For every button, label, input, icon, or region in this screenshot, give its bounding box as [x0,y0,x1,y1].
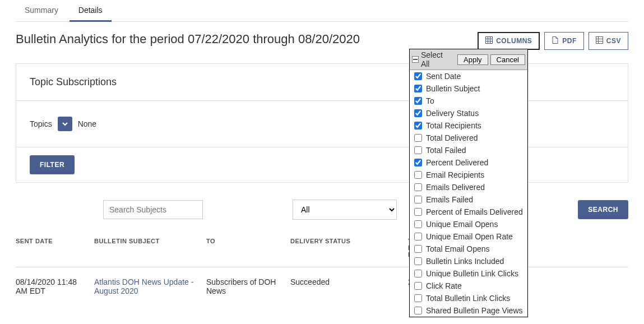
topics-value: None [78,119,96,128]
column-option[interactable]: Unique Email Opens [410,218,527,230]
column-option-label: Emails Delivered [426,183,485,192]
panel-header: Topic Subscriptions [16,64,628,101]
column-checkbox[interactable] [414,208,422,216]
column-option-label: Shared Bulletin Page Views [426,306,523,315]
column-checkbox[interactable] [414,122,422,129]
cell-status: Succeeded [290,267,408,303]
topic-subscriptions-panel: Topic Subscriptions Topics None FILTER [16,63,628,183]
column-checkbox[interactable] [414,109,422,117]
column-option-label: Percent of Emails Delivered [426,207,523,216]
col-sent[interactable]: SENT DATE [16,231,94,267]
column-checkbox[interactable] [414,307,422,314]
column-option-label: Percent Delivered [426,158,488,167]
column-checkbox[interactable] [414,233,422,240]
svg-rect-0 [486,37,493,44]
column-option[interactable]: Percent Delivered [410,156,527,169]
col-status[interactable]: DELIVERY STATUS [290,231,408,267]
column-checkbox[interactable] [414,97,422,105]
column-checkbox[interactable] [414,245,422,253]
column-option[interactable]: Total Bulletin Link Clicks [410,292,527,304]
column-checkbox[interactable] [414,257,422,265]
apply-button[interactable]: Apply [457,54,488,65]
column-option-label: Click Rate [426,281,462,290]
select-all-checkbox[interactable] [412,56,419,63]
columns-dropdown: Select All Apply Cancel Sent DateBulleti… [409,49,528,317]
results-table: SENT DATE BULLETIN SUBJECT TO DELIVERY S… [16,231,628,302]
column-checkbox[interactable] [414,183,422,191]
delivery-status-select[interactable]: All [293,200,397,220]
column-checkbox[interactable] [414,159,422,166]
column-option-label: Email Recipients [426,170,484,179]
column-option-label: Total Recipients [426,121,481,130]
cancel-button[interactable]: Cancel [490,54,525,65]
column-option-label: Delivery Status [426,109,479,118]
column-option-label: Sent Date [426,72,461,81]
topics-expand[interactable] [58,117,72,131]
column-option-label: Unique Email Opens [426,220,498,229]
column-checkbox[interactable] [414,171,422,179]
column-checkbox[interactable] [414,270,422,277]
csv-button[interactable]: CSV [589,32,628,50]
column-checkbox[interactable] [414,85,422,92]
column-checkbox[interactable] [414,146,422,154]
select-all-label: Select All [421,50,453,68]
column-option[interactable]: Bulletin Subject [410,82,527,95]
column-option-label: Bulletin Subject [426,84,480,93]
table-icon [596,36,603,45]
column-option-label: Total Email Opens [426,244,490,253]
svg-rect-5 [596,37,603,44]
col-to[interactable]: TO [206,231,290,267]
column-option[interactable]: Unique Email Open Rate [410,230,527,243]
column-option[interactable]: Email Recipients [410,169,527,181]
column-option[interactable]: Percent of Emails Delivered [410,206,527,218]
col-subject[interactable]: BULLETIN SUBJECT [94,231,206,267]
page-title: Bulletin Analytics for the period 07/22/… [16,32,360,47]
cell-to: Subscribers of DOH News [206,267,290,303]
column-option-label: To [426,96,434,105]
column-checkbox[interactable] [414,72,422,80]
columns-button[interactable]: COLUMNS [478,32,540,50]
file-icon [552,36,559,45]
column-option-label: Total Delivered [426,133,478,142]
cell-sent: 08/14/2020 11:48 AM EDT [16,267,94,303]
column-option-label: Unique Bulletin Link Clicks [426,269,518,278]
column-checkbox[interactable] [414,196,422,203]
column-option[interactable]: Total Failed [410,144,527,156]
column-option[interactable]: Emails Delivered [410,181,527,193]
column-option-label: Emails Failed [426,195,473,204]
column-option-label: Bulletin Links Included [426,257,504,266]
column-checkbox[interactable] [414,282,422,290]
column-option[interactable]: Emails Failed [410,193,527,206]
column-checkbox[interactable] [414,220,422,228]
column-checkbox[interactable] [414,134,422,142]
column-option[interactable]: Sent Date [410,70,527,82]
column-option[interactable]: Total Recipients [410,119,527,132]
columns-button-label: COLUMNS [496,37,532,45]
pdf-button[interactable]: PDF [544,32,584,50]
column-option[interactable]: Total Email Opens [410,243,527,255]
column-option[interactable]: To [410,95,527,107]
table-row: 08/14/2020 11:48 AM EDT Atlantis DOH New… [16,267,628,303]
column-option[interactable]: Click Rate [410,280,527,292]
column-option[interactable]: Delivery Status [410,107,527,119]
filter-button[interactable]: FILTER [30,155,75,174]
pdf-button-label: PDF [562,37,577,45]
tab-details[interactable]: Details [70,0,112,22]
chevron-down-icon [61,120,69,128]
column-checkbox[interactable] [414,294,422,302]
column-option[interactable]: Total Delivered [410,132,527,144]
search-subjects-input[interactable] [103,200,203,219]
column-option-label: Unique Email Open Rate [426,232,513,241]
tab-summary[interactable]: Summary [16,0,67,20]
cell-subject[interactable]: Atlantis DOH News Update - August 2020 [94,267,206,303]
column-option[interactable]: Unique Bulletin Link Clicks [410,267,527,280]
grid-icon [485,36,493,45]
csv-button-label: CSV [606,37,621,45]
column-option[interactable]: Shared Bulletin Page Views [410,304,527,317]
column-option[interactable]: Bulletin Links Included [410,255,527,267]
topics-label: Topics [30,119,52,128]
search-button[interactable]: SEARCH [578,200,628,219]
column-option-label: Total Failed [426,146,466,155]
column-option-label: Total Bulletin Link Clicks [426,294,510,303]
